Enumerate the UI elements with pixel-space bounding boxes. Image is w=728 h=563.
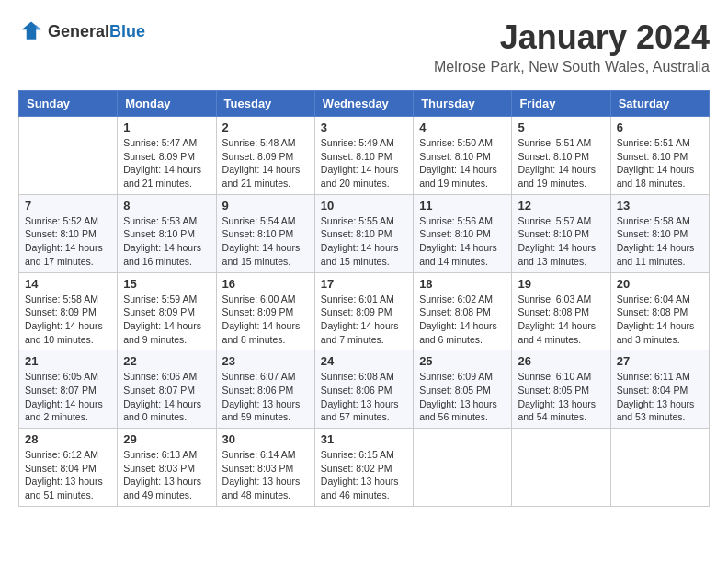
day-info: Sunrise: 5:51 AM Sunset: 8:10 PM Dayligh… <box>617 136 703 190</box>
day-info: Sunrise: 6:14 AM Sunset: 8:03 PM Dayligh… <box>222 448 309 502</box>
svg-marker-0 <box>22 22 41 40</box>
day-info: Sunrise: 6:04 AM Sunset: 8:08 PM Dayligh… <box>617 293 703 347</box>
day-info: Sunrise: 6:11 AM Sunset: 8:04 PM Dayligh… <box>617 370 703 424</box>
calendar-cell: 27Sunrise: 6:11 AM Sunset: 8:04 PM Dayli… <box>610 350 709 429</box>
day-number: 28 <box>25 432 111 446</box>
day-number: 27 <box>617 354 703 368</box>
calendar-cell: 28Sunrise: 6:12 AM Sunset: 8:04 PM Dayli… <box>19 429 118 507</box>
calendar-title: January 2024 <box>434 18 710 57</box>
calendar-cell <box>414 429 512 507</box>
day-number: 18 <box>419 277 506 291</box>
day-number: 25 <box>419 354 506 368</box>
week-row-2: 7Sunrise: 5:52 AM Sunset: 8:10 PM Daylig… <box>19 194 710 272</box>
day-info: Sunrise: 5:51 AM Sunset: 8:10 PM Dayligh… <box>518 136 604 190</box>
calendar-cell: 31Sunrise: 6:15 AM Sunset: 8:02 PM Dayli… <box>314 429 413 507</box>
day-info: Sunrise: 5:58 AM Sunset: 8:10 PM Dayligh… <box>617 214 703 269</box>
page-header: GeneralBlue January 2024 Melrose Park, N… <box>18 18 710 75</box>
logo-general: General <box>48 22 109 40</box>
calendar-header-row: SundayMondayTuesdayWednesdayThursdayFrid… <box>19 91 710 117</box>
header-sunday: Sunday <box>19 91 118 117</box>
day-info: Sunrise: 6:03 AM Sunset: 8:08 PM Dayligh… <box>518 293 604 347</box>
calendar-cell: 17Sunrise: 6:01 AM Sunset: 8:09 PM Dayli… <box>314 272 413 350</box>
day-number: 7 <box>25 199 111 213</box>
calendar-cell: 19Sunrise: 6:03 AM Sunset: 8:08 PM Dayli… <box>512 272 610 350</box>
calendar-cell: 5Sunrise: 5:51 AM Sunset: 8:10 PM Daylig… <box>512 117 610 195</box>
day-number: 30 <box>222 432 309 446</box>
calendar-cell: 4Sunrise: 5:50 AM Sunset: 8:10 PM Daylig… <box>414 117 512 195</box>
day-number: 12 <box>518 199 604 213</box>
week-row-5: 28Sunrise: 6:12 AM Sunset: 8:04 PM Dayli… <box>19 429 710 507</box>
week-row-1: 1Sunrise: 5:47 AM Sunset: 8:09 PM Daylig… <box>19 117 710 195</box>
svg-marker-1 <box>36 25 40 29</box>
calendar-cell: 20Sunrise: 6:04 AM Sunset: 8:08 PM Dayli… <box>610 272 709 350</box>
calendar-cell: 14Sunrise: 5:58 AM Sunset: 8:09 PM Dayli… <box>19 272 118 350</box>
day-info: Sunrise: 6:08 AM Sunset: 8:06 PM Dayligh… <box>321 370 407 424</box>
calendar-cell: 9Sunrise: 5:54 AM Sunset: 8:10 PM Daylig… <box>216 194 314 272</box>
week-row-3: 14Sunrise: 5:58 AM Sunset: 8:09 PM Dayli… <box>19 272 710 350</box>
day-number: 21 <box>25 354 111 368</box>
day-info: Sunrise: 6:05 AM Sunset: 8:07 PM Dayligh… <box>25 370 111 424</box>
day-number: 8 <box>123 199 210 213</box>
day-info: Sunrise: 5:47 AM Sunset: 8:09 PM Dayligh… <box>123 136 210 190</box>
calendar-cell: 22Sunrise: 6:06 AM Sunset: 8:07 PM Dayli… <box>118 350 216 429</box>
header-thursday: Thursday <box>414 91 512 117</box>
day-info: Sunrise: 5:54 AM Sunset: 8:10 PM Dayligh… <box>222 214 309 269</box>
header-monday: Monday <box>118 91 216 117</box>
calendar-cell: 15Sunrise: 5:59 AM Sunset: 8:09 PM Dayli… <box>118 272 216 350</box>
calendar-cell: 2Sunrise: 5:48 AM Sunset: 8:09 PM Daylig… <box>216 117 314 195</box>
day-number: 14 <box>25 277 111 291</box>
calendar-cell: 8Sunrise: 5:53 AM Sunset: 8:10 PM Daylig… <box>118 194 216 272</box>
day-info: Sunrise: 5:49 AM Sunset: 8:10 PM Dayligh… <box>321 136 407 190</box>
day-number: 6 <box>617 121 703 134</box>
calendar-cell: 1Sunrise: 5:47 AM Sunset: 8:09 PM Daylig… <box>118 117 216 195</box>
day-info: Sunrise: 6:07 AM Sunset: 8:06 PM Dayligh… <box>222 370 309 424</box>
day-number: 23 <box>222 354 309 368</box>
calendar-cell: 24Sunrise: 6:08 AM Sunset: 8:06 PM Dayli… <box>314 350 413 429</box>
header-tuesday: Tuesday <box>216 91 314 117</box>
day-number: 24 <box>321 354 407 368</box>
calendar-location: Melrose Park, New South Wales, Australia <box>434 59 710 75</box>
day-number: 16 <box>222 277 309 291</box>
day-number: 3 <box>321 121 407 134</box>
logo-blue: Blue <box>109 22 145 40</box>
calendar-cell: 18Sunrise: 6:02 AM Sunset: 8:08 PM Dayli… <box>414 272 512 350</box>
calendar-cell: 29Sunrise: 6:13 AM Sunset: 8:03 PM Dayli… <box>118 429 216 507</box>
header-saturday: Saturday <box>610 91 709 117</box>
header-wednesday: Wednesday <box>314 91 413 117</box>
day-number: 11 <box>419 199 506 213</box>
title-block: January 2024 Melrose Park, New South Wal… <box>434 18 710 75</box>
day-number: 17 <box>321 277 407 291</box>
day-info: Sunrise: 5:50 AM Sunset: 8:10 PM Dayligh… <box>419 136 506 190</box>
calendar-cell: 12Sunrise: 5:57 AM Sunset: 8:10 PM Dayli… <box>512 194 610 272</box>
day-info: Sunrise: 6:15 AM Sunset: 8:02 PM Dayligh… <box>321 448 407 502</box>
week-row-4: 21Sunrise: 6:05 AM Sunset: 8:07 PM Dayli… <box>19 350 710 429</box>
calendar-table: SundayMondayTuesdayWednesdayThursdayFrid… <box>18 90 710 507</box>
day-info: Sunrise: 5:56 AM Sunset: 8:10 PM Dayligh… <box>419 214 506 269</box>
day-info: Sunrise: 6:02 AM Sunset: 8:08 PM Dayligh… <box>419 293 506 347</box>
calendar-cell: 10Sunrise: 5:55 AM Sunset: 8:10 PM Dayli… <box>314 194 413 272</box>
day-info: Sunrise: 5:48 AM Sunset: 8:09 PM Dayligh… <box>222 136 309 190</box>
day-info: Sunrise: 5:57 AM Sunset: 8:10 PM Dayligh… <box>518 214 604 269</box>
day-info: Sunrise: 6:06 AM Sunset: 8:07 PM Dayligh… <box>123 370 210 424</box>
day-info: Sunrise: 6:09 AM Sunset: 8:05 PM Dayligh… <box>419 370 506 424</box>
calendar-cell: 23Sunrise: 6:07 AM Sunset: 8:06 PM Dayli… <box>216 350 314 429</box>
day-number: 29 <box>123 432 210 446</box>
calendar-cell: 26Sunrise: 6:10 AM Sunset: 8:05 PM Dayli… <box>512 350 610 429</box>
day-number: 22 <box>123 354 210 368</box>
day-number: 5 <box>518 121 604 134</box>
day-number: 9 <box>222 199 309 213</box>
day-number: 4 <box>419 121 506 134</box>
calendar-cell: 21Sunrise: 6:05 AM Sunset: 8:07 PM Dayli… <box>19 350 118 429</box>
day-number: 31 <box>321 432 407 446</box>
calendar-cell: 11Sunrise: 5:56 AM Sunset: 8:10 PM Dayli… <box>414 194 512 272</box>
logo: GeneralBlue <box>18 18 145 44</box>
day-number: 26 <box>518 354 604 368</box>
day-info: Sunrise: 5:52 AM Sunset: 8:10 PM Dayligh… <box>25 214 111 269</box>
calendar-cell <box>610 429 709 507</box>
day-info: Sunrise: 6:00 AM Sunset: 8:09 PM Dayligh… <box>222 293 309 347</box>
calendar-cell: 25Sunrise: 6:09 AM Sunset: 8:05 PM Dayli… <box>414 350 512 429</box>
day-info: Sunrise: 6:12 AM Sunset: 8:04 PM Dayligh… <box>25 448 111 502</box>
day-number: 2 <box>222 121 309 134</box>
day-info: Sunrise: 6:01 AM Sunset: 8:09 PM Dayligh… <box>321 293 407 347</box>
day-info: Sunrise: 6:10 AM Sunset: 8:05 PM Dayligh… <box>518 370 604 424</box>
